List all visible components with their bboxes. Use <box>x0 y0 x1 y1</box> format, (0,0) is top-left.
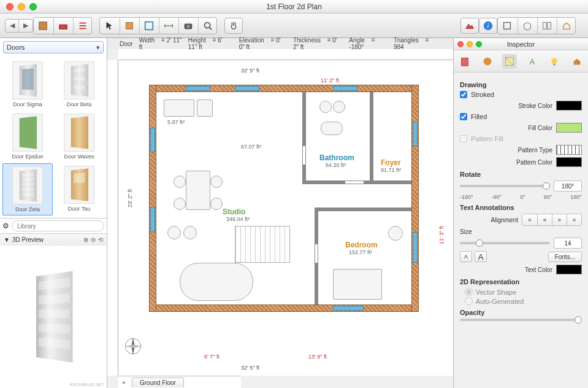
wall-draw-icon[interactable] <box>120 18 138 34</box>
tab-text-icon[interactable]: A <box>525 54 540 69</box>
room-area: 84.20 ft² <box>326 162 346 168</box>
reset-zoom-icon[interactable]: ⟲ <box>98 236 103 243</box>
room-area: 152.77 ft² <box>349 249 372 255</box>
svg-line-7 <box>209 27 212 29</box>
pattern-type-swatch[interactable] <box>556 145 582 155</box>
section-2d-rep: 2D Representation <box>460 278 582 285</box>
svg-rect-19 <box>553 63 556 65</box>
svg-point-15 <box>483 57 491 65</box>
tab-2d-icon[interactable] <box>502 54 517 69</box>
library-item[interactable]: Door Waves <box>54 111 104 162</box>
fill-color-swatch[interactable] <box>556 123 582 133</box>
svg-rect-10 <box>504 22 511 29</box>
furniture-tool-icon[interactable] <box>53 18 72 34</box>
nav-history[interactable]: ◀ ▶ <box>5 19 33 33</box>
svg-rect-1 <box>59 25 67 29</box>
dimension-label: 32' 5" ft <box>241 68 259 74</box>
stroked-checkbox[interactable] <box>460 91 467 98</box>
tab-materials-icon[interactable] <box>480 54 495 69</box>
align-right-icon: ≡ <box>552 214 567 225</box>
room-area: 346.04 ft² <box>226 216 250 222</box>
3d-view-icon[interactable] <box>517 18 536 34</box>
inspector-tabs: A <box>454 50 588 72</box>
camera-icon[interactable] <box>178 18 197 34</box>
info-icon[interactable]: i <box>479 18 497 34</box>
tab-building-icon[interactable] <box>457 54 472 69</box>
list-tool-icon[interactable] <box>73 18 91 34</box>
ruler-horizontal <box>118 49 453 60</box>
select-tool-icon[interactable] <box>100 18 118 34</box>
library-item[interactable]: Door Sigma <box>2 59 53 110</box>
tab-camera-icon[interactable] <box>570 54 584 69</box>
area-label: 5.87 ft² <box>167 119 185 125</box>
font-large-icon[interactable]: A <box>475 251 487 262</box>
floorplan: Studio 346.04 ft² Bathroom 84.20 ft² Foy… <box>149 85 419 312</box>
chevron-down-icon: ▾ <box>96 44 100 52</box>
section-rotate: Rotate <box>460 171 582 178</box>
stroke-color-swatch[interactable] <box>556 101 582 111</box>
room-tool-icon[interactable] <box>139 18 158 34</box>
library-item[interactable]: Door Beta <box>54 59 104 110</box>
align-left-icon: ≡ <box>522 214 537 225</box>
info-object: Door <box>120 41 133 47</box>
library-category-select[interactable]: Doors ▾ <box>3 41 104 53</box>
floorplan-canvas[interactable]: 32' 5" ft 11' 2" ft 23' 2" ft 11' 3" ft … <box>118 60 453 376</box>
gear-icon[interactable]: ⚙ <box>2 222 9 230</box>
align-center-icon: ≡ <box>537 214 552 225</box>
library-grid: Door Sigma Door Beta Door Epsilon Door W… <box>0 56 107 218</box>
ruler-vertical <box>107 60 118 376</box>
size-value[interactable]: 14 <box>554 238 582 249</box>
dimension-tool-icon[interactable] <box>159 18 177 34</box>
rotate-value[interactable]: 180° <box>554 180 582 192</box>
floor-tab[interactable]: Ground Floor <box>132 378 184 387</box>
svg-rect-3 <box>145 21 153 29</box>
svg-point-6 <box>204 22 210 28</box>
zoom-out-icon[interactable]: ⊖ <box>91 236 96 243</box>
rotate-ticks: -180° -90° 0° 90° 180° <box>460 194 582 200</box>
library-panel: Doors ▾ Door Sigma Door Beta Door Epsilo… <box>0 38 107 388</box>
library-item[interactable]: Door Epsilon <box>2 111 53 162</box>
dimension-label: 23' 2" ft <box>127 189 133 208</box>
floor-selector: + Ground Floor <box>118 376 241 388</box>
zoom-tool-icon[interactable] <box>198 18 216 34</box>
section-text-annotations: Text Annotations <box>460 204 582 211</box>
pan-tool-icon[interactable] <box>224 18 243 34</box>
fonts-button[interactable]: Fonts... <box>548 252 582 262</box>
vector-shape-radio <box>465 288 473 296</box>
room-label: Bedroom <box>345 241 378 249</box>
section-drawing: Drawing <box>460 81 582 88</box>
filled-checkbox[interactable] <box>460 113 467 120</box>
rotate-slider[interactable] <box>460 185 550 187</box>
font-small-icon[interactable]: A <box>460 251 472 262</box>
pattern-fill-checkbox <box>460 135 467 142</box>
2d-view-icon[interactable] <box>498 18 516 34</box>
zoom-in-icon[interactable]: ⊕ <box>83 236 88 243</box>
back-button[interactable]: ◀ <box>6 20 19 32</box>
split-view-icon[interactable] <box>537 18 556 34</box>
pattern-color-swatch[interactable] <box>556 157 582 167</box>
inspector-title: Inspector <box>454 41 588 48</box>
library-item-selected[interactable]: Door Zeta <box>2 163 53 215</box>
size-slider[interactable] <box>460 242 550 244</box>
room-label: Studio <box>223 208 245 216</box>
svg-rect-12 <box>547 22 550 29</box>
preview-3d[interactable]: ARCHIBASE.NET <box>0 246 107 388</box>
wall-tool-icon[interactable] <box>34 18 52 34</box>
tab-light-icon[interactable] <box>547 54 562 69</box>
preview-header[interactable]: ▼ 3D Preview ⊕ ⊖ ⟲ <box>0 233 107 246</box>
svg-rect-14 <box>462 58 468 66</box>
library-item[interactable]: Door Tau <box>54 163 104 215</box>
room-label: Foyer <box>381 158 401 167</box>
dimension-label: 11' 2" ft <box>321 77 339 83</box>
opacity-slider[interactable] <box>460 319 582 321</box>
info-bar: Door Width = 2' 11" ft Height = 6' 11" f… <box>107 38 453 49</box>
library-search-input[interactable] <box>12 220 104 231</box>
window-title: 1st Floor 2d Plan <box>0 2 588 11</box>
text-color-swatch[interactable] <box>556 265 582 274</box>
home-view-icon[interactable] <box>557 18 575 34</box>
forward-button[interactable]: ▶ <box>19 20 32 32</box>
add-floor-button[interactable]: + <box>118 379 129 386</box>
alignment-segmented[interactable]: ≡≡≡≡ <box>522 214 582 226</box>
render-icon[interactable] <box>460 18 479 34</box>
align-justify-icon: ≡ <box>567 214 581 225</box>
